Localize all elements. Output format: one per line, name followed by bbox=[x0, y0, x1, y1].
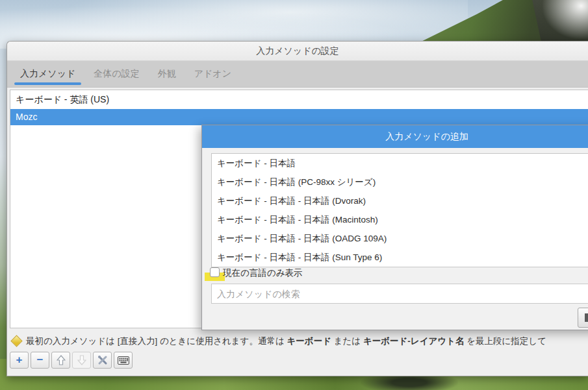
move-down-button[interactable] bbox=[72, 352, 91, 369]
dialog-list-item-label: キーボード - 日本語 - 日本語 (OADG 109A) bbox=[217, 234, 387, 243]
dialog-titlebar[interactable]: 入力メソッドの追加 bbox=[202, 125, 588, 148]
wallpaper-fog bbox=[543, 0, 588, 39]
dialog-bottom-button-partial[interactable] bbox=[578, 308, 588, 328]
down-arrow-icon bbox=[77, 355, 86, 365]
hint-diamond-icon bbox=[10, 335, 22, 347]
dialog-list-item-label: キーボード - 日本語 - 日本語 (Macintosh) bbox=[217, 215, 378, 225]
add-input-method-button[interactable]: + bbox=[10, 352, 29, 369]
hint-text-bold: キーボード-レイアウト名 bbox=[363, 335, 465, 347]
checkbox-label: 現在の言語のみ表示 bbox=[223, 267, 302, 279]
dialog-list-item[interactable]: キーボード - 日本語 bbox=[212, 154, 588, 173]
keyboard-layout-button[interactable] bbox=[114, 352, 133, 369]
tab-bar: 入力メソッド 全体の設定 外観 アドオン bbox=[7, 61, 588, 88]
keyboard-icon bbox=[118, 356, 129, 365]
list-item-label: Mozc bbox=[16, 112, 37, 122]
list-item-keyboard-english-us[interactable]: キーボード - 英語 (US) bbox=[10, 90, 588, 109]
dialog-list-item[interactable]: キーボード - 日本語 - 日本語 (OADG 109A) bbox=[212, 229, 588, 248]
add-input-method-dialog: 入力メソッドの追加 キーボード - 日本語 キーボード - 日本語 (PC-98… bbox=[201, 125, 588, 330]
dialog-keyboard-list: キーボード - 日本語 キーボード - 日本語 (PC-98xx シリーズ) キ… bbox=[211, 153, 588, 267]
tab-label: 外観 bbox=[158, 68, 176, 80]
remove-input-method-button[interactable]: − bbox=[31, 352, 49, 369]
up-arrow-icon bbox=[57, 355, 66, 365]
tab-appearance[interactable]: 外観 bbox=[149, 61, 185, 87]
hint-text: を最上段に指定して bbox=[464, 335, 546, 347]
tab-label: 全体の設定 bbox=[94, 68, 139, 80]
list-item-label: キーボード - 英語 (US) bbox=[16, 94, 109, 104]
input-method-search-input[interactable] bbox=[211, 284, 588, 304]
dialog-list-item[interactable]: キーボード - 日本語 - 日本語 (Macintosh) bbox=[212, 210, 588, 229]
list-toolbar: + − bbox=[10, 352, 133, 370]
dialog-list-item-label: キーボード - 日本語 (PC-98xx シリーズ) bbox=[217, 177, 376, 187]
configure-button[interactable] bbox=[93, 352, 112, 369]
dialog-list-item-label: キーボード - 日本語 - 日本語 (Dvorak) bbox=[217, 196, 366, 206]
dialog-list-item-label: キーボード - 日本語 - 日本語 (Sun Type 6) bbox=[217, 252, 382, 262]
tab-label: 入力メソッド bbox=[20, 68, 75, 80]
dialog-title: 入力メソッドの追加 bbox=[385, 131, 468, 143]
minus-icon: − bbox=[37, 354, 44, 365]
dialog-list-item-label: キーボード - 日本語 bbox=[217, 158, 296, 168]
hint-text-bold: キーボード bbox=[287, 335, 331, 347]
plus-icon: + bbox=[16, 354, 23, 365]
tab-input-method[interactable]: 入力メソッド bbox=[11, 61, 84, 87]
list-item-mozc-selected[interactable]: Mozc bbox=[10, 109, 588, 125]
tab-global-config[interactable]: 全体の設定 bbox=[84, 61, 148, 87]
hint-text: または bbox=[331, 335, 363, 347]
window-titlebar[interactable]: 入力メソッドの設定 bbox=[7, 42, 588, 61]
hint-text: 最初の入力メソッドは [直接入力] のときに使用されます。通常は bbox=[26, 335, 287, 347]
dialog-list-item[interactable]: キーボード - 日本語 - 日本語 (Sun Type 6) bbox=[212, 248, 588, 267]
dialog-list-item[interactable]: キーボード - 日本語 - 日本語 (Dvorak) bbox=[212, 191, 588, 210]
tab-addon[interactable]: アドオン bbox=[185, 61, 240, 87]
window-title: 入力メソッドの設定 bbox=[256, 45, 339, 57]
current-language-only-checkbox[interactable] bbox=[210, 267, 220, 277]
tab-label: アドオン bbox=[194, 68, 231, 80]
current-language-only-row: 現在の言語のみ表示 bbox=[211, 267, 588, 280]
dialog-list-item[interactable]: キーボード - 日本語 (PC-98xx シリーズ) bbox=[212, 173, 588, 191]
button-glyph-sliver bbox=[585, 313, 588, 322]
move-up-button[interactable] bbox=[51, 352, 70, 369]
hint-statusbar: 最初の入力メソッドは [直接入力] のときに使用されます。通常は キーボード ま… bbox=[10, 331, 588, 351]
crossed-tools-icon bbox=[97, 355, 108, 365]
